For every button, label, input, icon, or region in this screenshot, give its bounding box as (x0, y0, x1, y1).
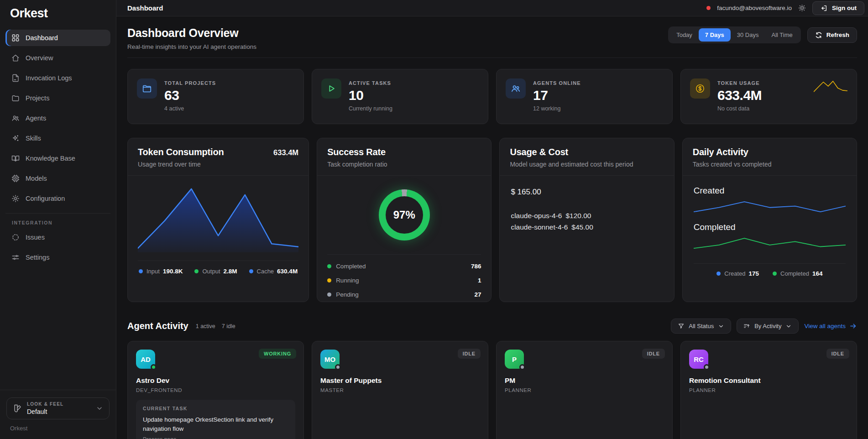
page-title: Dashboard Overview (127, 26, 256, 40)
agent-name: PM (505, 376, 664, 385)
agent-name: Remotion Consultant (689, 376, 848, 385)
logout-icon (820, 5, 827, 12)
agent-activity-counts: 1 active 7 idle (196, 323, 235, 329)
sidebar-section-label: INTEGRATION (0, 214, 116, 229)
completed-series-label: Completed (694, 222, 846, 232)
status-filter-dropdown[interactable]: All Status (671, 319, 731, 334)
arrow-right-icon (849, 322, 857, 330)
idle-count: 7 idle (222, 323, 235, 329)
legend-label: Pending (336, 291, 359, 298)
sidebar-item-configuration[interactable]: Configuration (5, 190, 110, 207)
sidebar-item-label: Issues (26, 234, 45, 241)
sidebar-item-overview[interactable]: Overview (5, 50, 110, 66)
avatar: P (505, 350, 524, 369)
agent-card-astro-dev[interactable]: AD WORKING Astro Dev DEV_FRONTEND CURREN… (127, 341, 304, 439)
current-task-sub: Process page (143, 436, 288, 439)
sidebar-item-projects[interactable]: Projects (5, 90, 110, 106)
page-header: Dashboard Overview Real-time insights in… (127, 16, 857, 50)
chevron-down-icon (96, 405, 103, 412)
card-subtitle: Tasks created vs completed (693, 161, 847, 168)
header-divider (127, 57, 857, 58)
look-and-feel-selector[interactable]: LOOK & FEEL Default (6, 397, 110, 419)
sidebar-item-agents[interactable]: Agents (5, 110, 110, 126)
cache-legend-dot (249, 269, 253, 273)
time-filter-30-days[interactable]: 30 Days (731, 28, 765, 42)
input-legend-dot (139, 269, 143, 273)
sort-label: By Activity (754, 323, 781, 329)
agent-role: PLANNER (505, 387, 664, 393)
brand-logo: Orkest (0, 0, 116, 25)
success-rate-donut: 97% (379, 189, 430, 240)
sidebar-item-issues[interactable]: Issues (5, 229, 110, 246)
created-series-label: Created (694, 186, 846, 196)
current-task-text: Update homepage OrkestSection link and v… (143, 415, 288, 433)
avatar: RC (689, 350, 708, 369)
chevron-down-icon (785, 323, 792, 329)
theme-toggle-button[interactable] (798, 4, 806, 12)
output-legend-dot (194, 269, 199, 273)
stat-label: AGENTS ONLINE (533, 78, 581, 86)
completed-legend-dot (773, 272, 777, 276)
agent-activity-header: Agent Activity 1 active 7 idle All Statu… (127, 319, 857, 334)
sidebar-item-models[interactable]: Models (5, 170, 110, 187)
status-badge: WORKING (259, 349, 296, 359)
sidebar-item-label: Agents (26, 115, 46, 122)
refresh-label: Refresh (826, 31, 849, 38)
sun-icon (798, 4, 806, 12)
sparkles-icon (11, 134, 20, 142)
token-consumption-area-chart (138, 185, 298, 252)
card-header: Usage & Cost Model usage and estimated c… (500, 138, 674, 176)
refresh-button[interactable]: Refresh (807, 27, 857, 43)
card-title: Usage & Cost (510, 147, 568, 157)
users-icon (11, 114, 20, 122)
status-filter-label: All Status (689, 323, 714, 329)
main-area: Dashboard facundo@abovesoftware.io Sign … (116, 0, 868, 439)
agent-activity-controls: All Status By Activity View all agents (671, 319, 857, 334)
time-filter-7-days[interactable]: 7 Days (699, 28, 731, 42)
time-filter-all-time[interactable]: All Time (765, 28, 799, 42)
stat-sub: 4 active (164, 105, 216, 112)
legend-row-completed: Completed786 (327, 259, 481, 273)
avatar: MO (320, 350, 340, 369)
agent-name: Master of Puppets (320, 376, 480, 385)
agent-role: MASTER (320, 387, 480, 393)
agent-card-pm[interactable]: P IDLE PM PLANNER (496, 341, 673, 439)
token-total-value: 633.4M (273, 148, 298, 157)
agent-card-remotion-consultant[interactable]: RC IDLE Remotion Consultant PLANNER (680, 341, 857, 439)
stat-value: 10 (349, 88, 392, 103)
stat-card-total-projects: TOTAL PROJECTS 63 4 active (127, 69, 304, 124)
token-usage-sparkline (814, 79, 847, 94)
sidebar-item-label: Overview (26, 54, 53, 62)
legend-value: 190.8K (163, 268, 183, 275)
card-header: Daily Activity Tasks created vs complete… (683, 138, 857, 176)
sidebar-item-label: Configuration (26, 195, 65, 202)
usage-cost-body: $ 165.00 claude-opus-4-6$120.00 claude-s… (500, 176, 674, 233)
agent-card-master-of-puppets[interactable]: MO IDLE Master of Puppets MASTER (312, 341, 488, 439)
sidebar-item-label: Knowledge Base (26, 155, 75, 162)
view-all-agents-link[interactable]: View all agents (804, 322, 857, 330)
token-consumption-legend: Input190.8K Output2.8M Cache630.4M (138, 261, 298, 282)
sign-out-label: Sign out (832, 5, 857, 11)
legend-value: 786 (471, 263, 481, 270)
sidebar-item-knowledge-base[interactable]: Knowledge Base (5, 150, 110, 167)
stat-label: TOKEN USAGE (717, 78, 762, 86)
sidebar-item-settings[interactable]: Settings (5, 249, 110, 266)
stat-value: 63 (164, 88, 216, 103)
sidebar-item-label: Dashboard (26, 34, 58, 42)
sidebar-item-invocation-logs[interactable]: Invocation Logs (5, 70, 110, 86)
status-badge: IDLE (642, 349, 665, 359)
sort-dropdown[interactable]: By Activity (737, 319, 799, 334)
topbar-right: facundo@abovesoftware.io Sign out (706, 1, 868, 15)
sidebar-item-skills[interactable]: Skills (5, 130, 110, 146)
presence-dot (335, 364, 341, 370)
connection-status-dot (706, 6, 711, 10)
file-text-icon (11, 74, 20, 82)
time-filter-today[interactable]: Today (670, 28, 699, 42)
sidebar-integration-nav: Issues Settings (0, 229, 116, 266)
sidebar-item-dashboard[interactable]: Dashboard (5, 30, 110, 46)
legend-label: Input (146, 268, 160, 275)
sign-out-button[interactable]: Sign out (812, 1, 864, 15)
folder-icon (11, 94, 20, 102)
stat-card-agents-online: AGENTS ONLINE 17 12 working (496, 69, 673, 124)
token-consumption-body: Input190.8K Output2.8M Cache630.4M (128, 176, 309, 282)
